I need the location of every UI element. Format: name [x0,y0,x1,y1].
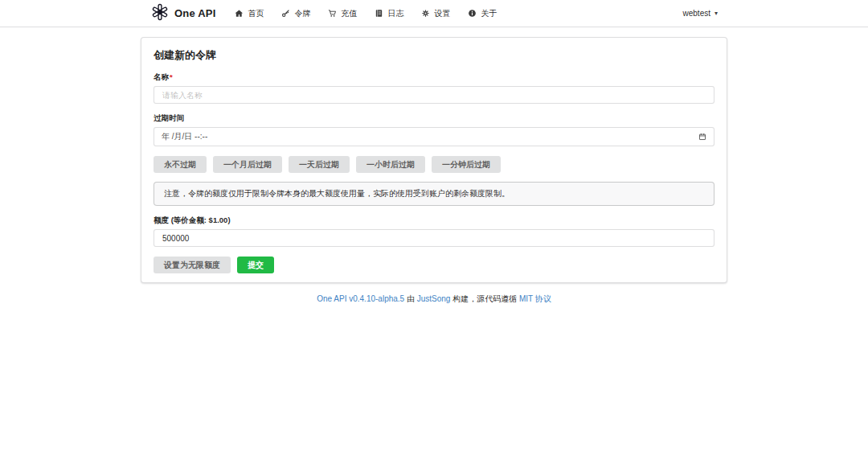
page-title: 创建新的令牌 [154,48,714,63]
quota-field: 额度 (等价金额: $1.00) [154,216,714,247]
log-icon [375,9,383,18]
nav-item-label: 关于 [481,8,497,19]
nav-item-label: 设置 [434,8,450,19]
nav-item-home[interactable]: 首页 [226,0,272,27]
expiry-label: 过期时间 [154,113,714,124]
actions-row: 设置为无限额度 提交 [154,257,714,273]
expire-in-month-button[interactable]: 一个月后过期 [213,156,282,173]
submit-button[interactable]: 提交 [237,257,274,273]
quota-label: 额度 (等价金额: $1.00) [154,216,714,226]
required-asterisk: * [170,72,173,81]
create-token-card: 创建新的令牌 名称* 过期时间 年 /月/日 --:-- [141,37,727,283]
footer-text: 构建，源代码遵循 [450,294,519,303]
footer: One API v0.4.10-alpha.5 由 JustSong 构建，源代… [141,294,727,305]
user-menu-dropdown[interactable]: webtest ▾ [674,0,727,27]
name-field: 名称* [154,72,714,104]
info-icon [468,9,477,18]
quota-notice-message: 注意，令牌的额度仅用于限制令牌本身的最大额度使用量，实际的使用受到账户的剩余额度… [154,182,714,206]
settings-icon [421,9,430,18]
nav-item-label: 首页 [248,8,264,19]
key-icon [281,9,290,18]
expiry-presets-row: 永不过期 一个月后过期 一天后过期 一小时后过期 一分钟后过期 [154,156,714,173]
nav-item-topup[interactable]: 充值 [319,0,366,27]
openai-logo-icon [151,3,169,24]
home-icon [235,9,244,18]
name-label: 名称* [154,72,714,83]
nav-item-about[interactable]: 关于 [459,0,506,27]
expire-in-minute-button[interactable]: 一分钟后过期 [432,156,501,173]
brand-home-link[interactable]: One API [141,0,226,27]
nav-item-tokens[interactable]: 令牌 [272,0,319,27]
never-expire-button[interactable]: 永不过期 [154,156,207,173]
unlimited-quota-button[interactable]: 设置为无限额度 [154,257,231,273]
quota-input[interactable] [154,229,714,247]
brand-name: One API [174,7,215,19]
license-link[interactable]: MIT 协议 [519,294,551,303]
nav-item-label: 日志 [387,8,403,19]
version-link[interactable]: One API v0.4.10-alpha.5 [317,294,404,303]
expiry-datetime-input[interactable]: 年 /月/日 --:-- [154,127,714,146]
expire-in-hour-button[interactable]: 一小时后过期 [356,156,425,173]
top-navbar: One API 首页 令牌 [0,0,868,27]
footer-text: 由 [404,294,417,303]
chevron-down-icon: ▾ [714,10,718,17]
expiry-field: 过期时间 年 /月/日 --:-- [154,113,714,146]
cart-icon [328,9,337,18]
nav-item-label: 充值 [341,8,357,19]
nav-item-logs[interactable]: 日志 [366,0,412,27]
nav-item-settings[interactable]: 设置 [412,0,459,27]
user-name: webtest [683,9,710,18]
datetime-placeholder: 年 /月/日 --:-- [162,131,207,142]
author-link[interactable]: JustSong [417,294,451,303]
calendar-icon[interactable] [698,133,706,141]
expire-in-day-button[interactable]: 一天后过期 [289,156,350,173]
nav-item-label: 令牌 [294,8,310,19]
token-name-input[interactable] [154,86,714,104]
